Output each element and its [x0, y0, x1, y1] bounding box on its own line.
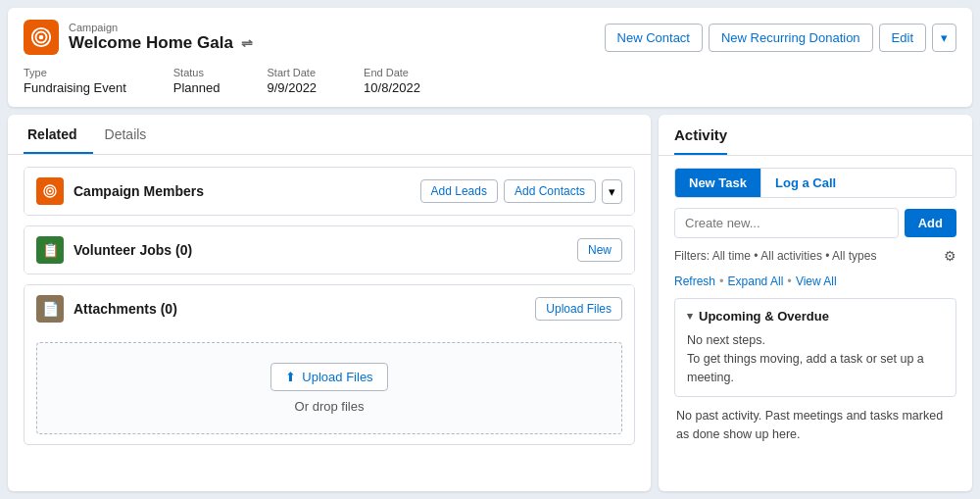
header-top: Campaign Welcome Home Gala ⇌ New Contact…	[24, 20, 956, 55]
left-panel: Related Details	[8, 115, 651, 491]
create-row: Add	[674, 208, 956, 238]
activity-content: New Task Log a Call Add Filters: All tim…	[659, 156, 972, 491]
header-actions: New Contact New Recurring Donation Edit …	[605, 24, 956, 52]
app-wrapper: Campaign Welcome Home Gala ⇌ New Contact…	[0, 0, 980, 499]
attachments-header: 📄 Attachments (0) Upload Files	[24, 285, 634, 332]
campaign-members-section: Campaign Members Add Leads Add Contacts …	[24, 167, 635, 216]
volunteer-icon-glyph: 📋	[42, 242, 59, 258]
task-tabs: New Task Log a Call	[674, 168, 956, 198]
volunteer-new-button[interactable]: New	[577, 238, 622, 262]
header-meta: Type Fundraising Event Status Planned St…	[24, 67, 956, 95]
start-date-value: 9/9/2022	[268, 80, 318, 95]
refresh-link[interactable]: Refresh	[674, 274, 715, 288]
meta-status: Status Planned	[173, 67, 220, 95]
upcoming-no-steps: No next steps. To get things moving, add…	[687, 331, 944, 386]
type-label: Type	[24, 67, 126, 78]
upcoming-hint: To get things moving, add a task or set …	[687, 350, 944, 387]
meta-start-date: Start Date 9/9/2022	[268, 67, 318, 95]
add-contacts-button[interactable]: Add Contacts	[504, 179, 596, 203]
volunteer-jobs-title: Volunteer Jobs (0)	[74, 242, 192, 258]
meta-end-date: End Date 10/8/2022	[364, 67, 420, 95]
upcoming-chevron-icon[interactable]: ▾	[687, 310, 693, 323]
attachments-title: Attachments (0)	[74, 301, 177, 317]
status-value: Planned	[173, 80, 220, 95]
drop-zone[interactable]: ⬆ Upload Files Or drop files	[36, 342, 622, 434]
campaign-info: Campaign Welcome Home Gala ⇌	[69, 22, 253, 53]
create-new-input[interactable]	[674, 208, 899, 238]
tab-details[interactable]: Details	[101, 115, 163, 154]
add-button[interactable]: Add	[905, 209, 956, 237]
campaign-members-icon	[36, 177, 64, 205]
right-panel: Activity New Task Log a Call Add Filters…	[659, 115, 972, 491]
activity-title: Activity	[674, 126, 727, 155]
upload-files-header-button[interactable]: Upload Files	[535, 297, 622, 321]
separator-1: •	[719, 274, 724, 288]
tab-related[interactable]: Related	[24, 115, 93, 154]
attachment-icon-glyph: 📄	[42, 301, 59, 317]
end-date-label: End Date	[364, 67, 420, 78]
filter-links-row: Refresh • Expand All • View All	[674, 274, 956, 288]
volunteer-jobs-section: 📋 Volunteer Jobs (0) New	[24, 225, 635, 274]
volunteer-jobs-actions: New	[577, 238, 622, 262]
edit-button[interactable]: Edit	[879, 24, 926, 52]
status-label: Status	[173, 67, 220, 78]
target-icon	[30, 26, 52, 48]
view-all-link[interactable]: View All	[796, 274, 837, 288]
target-small-icon	[42, 183, 58, 199]
campaign-members-title: Campaign Members	[74, 183, 204, 199]
drop-text: Or drop files	[295, 399, 365, 414]
log-call-tab[interactable]: Log a Call	[761, 169, 850, 197]
upload-files-dropzone-label: Upload Files	[302, 370, 372, 384]
campaign-title-row: Welcome Home Gala ⇌	[69, 33, 253, 53]
new-recurring-button[interactable]: New Recurring Donation	[709, 24, 873, 52]
campaign-members-chevron-button[interactable]: ▾	[602, 179, 622, 204]
svg-point-2	[39, 35, 44, 40]
add-leads-button[interactable]: Add Leads	[420, 179, 498, 203]
attachments-header-left: 📄 Attachments (0)	[36, 295, 177, 323]
campaign-icon	[24, 20, 59, 55]
upcoming-header: ▾ Upcoming & Overdue	[687, 309, 944, 324]
no-steps-text: No next steps.	[687, 331, 944, 350]
new-task-tab[interactable]: New Task	[675, 169, 761, 197]
body-row: Related Details	[8, 115, 972, 491]
header-card: Campaign Welcome Home Gala ⇌ New Contact…	[8, 8, 972, 107]
separator-2: •	[787, 274, 792, 288]
svg-point-5	[49, 190, 52, 193]
activity-header: Activity	[659, 115, 972, 156]
section-header-left: Campaign Members	[36, 177, 204, 205]
type-value: Fundraising Event	[24, 80, 126, 95]
end-date-value: 10/8/2022	[364, 80, 420, 95]
attachments-actions: Upload Files	[535, 297, 622, 321]
upcoming-section: ▾ Upcoming & Overdue No next steps. To g…	[674, 298, 956, 397]
expand-all-link[interactable]: Expand All	[728, 274, 784, 288]
filters-row: Filters: All time • All activities • All…	[674, 248, 956, 264]
attachments-icon: 📄	[36, 295, 64, 323]
attachments-section: 📄 Attachments (0) Upload Files ⬆ Upload …	[24, 284, 635, 445]
upcoming-title: Upcoming & Overdue	[699, 309, 829, 324]
gear-icon[interactable]: ⚙	[944, 248, 956, 264]
more-actions-button[interactable]: ▾	[932, 24, 956, 52]
upload-files-dropzone-button[interactable]: ⬆ Upload Files	[270, 363, 387, 391]
network-share-icon[interactable]: ⇌	[241, 35, 253, 51]
campaign-members-header: Campaign Members Add Leads Add Contacts …	[24, 168, 634, 215]
campaign-members-actions: Add Leads Add Contacts ▾	[420, 179, 622, 204]
tabs-bar: Related Details	[8, 115, 651, 155]
new-contact-button[interactable]: New Contact	[605, 24, 703, 52]
volunteer-jobs-icon: 📋	[36, 236, 64, 264]
volunteer-header-left: 📋 Volunteer Jobs (0)	[36, 236, 192, 264]
meta-type: Type Fundraising Event	[24, 67, 126, 95]
volunteer-jobs-header: 📋 Volunteer Jobs (0) New	[24, 226, 634, 274]
object-label: Campaign	[69, 22, 253, 33]
campaign-title-text: Welcome Home Gala	[69, 33, 233, 53]
filters-label: Filters: All time • All activities • All…	[674, 249, 876, 263]
upload-arrow-icon: ⬆	[285, 370, 296, 384]
start-date-label: Start Date	[268, 67, 318, 78]
header-left: Campaign Welcome Home Gala ⇌	[24, 20, 253, 55]
past-activity-text: No past activity. Past meetings and task…	[674, 407, 956, 444]
left-content: Campaign Members Add Leads Add Contacts …	[8, 155, 651, 457]
